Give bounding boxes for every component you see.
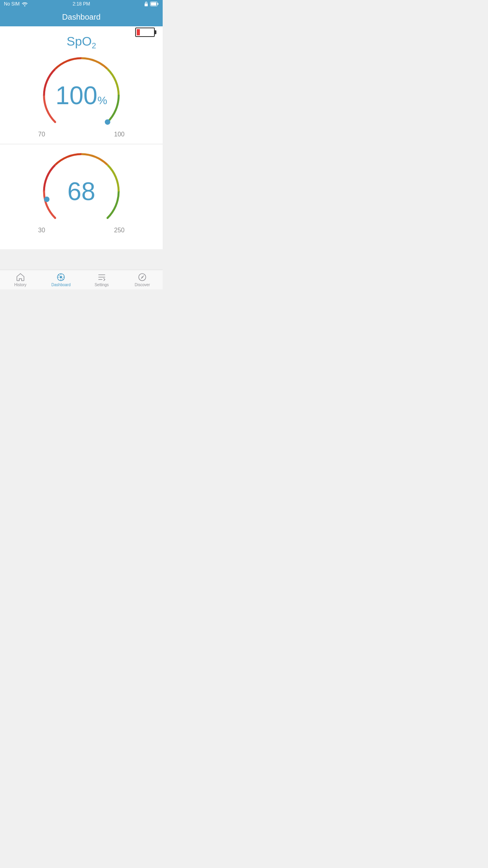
svg-rect-3 [158, 3, 158, 5]
tab-discover[interactable]: Discover [122, 270, 163, 289]
svg-line-10 [59, 275, 60, 276]
spo2-number: 100 [55, 81, 97, 110]
hr-indicator-dot [44, 197, 50, 202]
svg-point-5 [60, 276, 62, 278]
spo2-section: SpO2 [0, 26, 163, 144]
carrier-label: No SIM [4, 1, 20, 7]
heart-rate-section: 68 30 250 [0, 144, 163, 240]
spo2-title: SpO2 [66, 34, 96, 50]
page-title: Dashboard [62, 13, 101, 21]
home-icon [16, 272, 25, 282]
tab-dashboard[interactable]: Dashboard [41, 270, 82, 289]
battery-fill [137, 29, 140, 35]
tab-history-label: History [14, 283, 26, 287]
spo2-unit: % [97, 94, 107, 107]
battery-icon [150, 2, 159, 6]
svg-rect-2 [151, 2, 156, 6]
content-battery-indicator [135, 28, 155, 37]
tab-dashboard-label: Dashboard [51, 283, 71, 287]
status-left: No SIM [4, 1, 28, 7]
status-bar: No SIM 2:18 PM [0, 0, 163, 8]
lock-icon [144, 1, 149, 7]
tab-history[interactable]: History [0, 270, 41, 289]
status-time: 2:18 PM [73, 1, 90, 7]
svg-rect-0 [145, 4, 148, 6]
tab-settings-label: Settings [95, 283, 109, 287]
discover-icon [138, 272, 147, 282]
tab-settings[interactable]: Settings [81, 270, 122, 289]
spo2-indicator-dot [105, 120, 110, 125]
status-right [144, 1, 159, 7]
hr-number: 68 [67, 177, 95, 206]
spo2-value: 100% [55, 83, 107, 108]
page-header: Dashboard [0, 8, 163, 26]
svg-line-11 [62, 279, 64, 280]
wifi-icon [22, 2, 28, 6]
tab-bar: History Dashboard Settings Discover [0, 270, 163, 289]
hr-value: 68 [67, 179, 95, 204]
spo2-gauge: 100% [38, 56, 125, 135]
main-content: SpO2 [0, 26, 163, 249]
tab-discover-label: Discover [135, 283, 150, 287]
dashboard-icon [56, 272, 66, 282]
hr-gauge: 68 [38, 152, 125, 231]
settings-icon [97, 272, 106, 282]
